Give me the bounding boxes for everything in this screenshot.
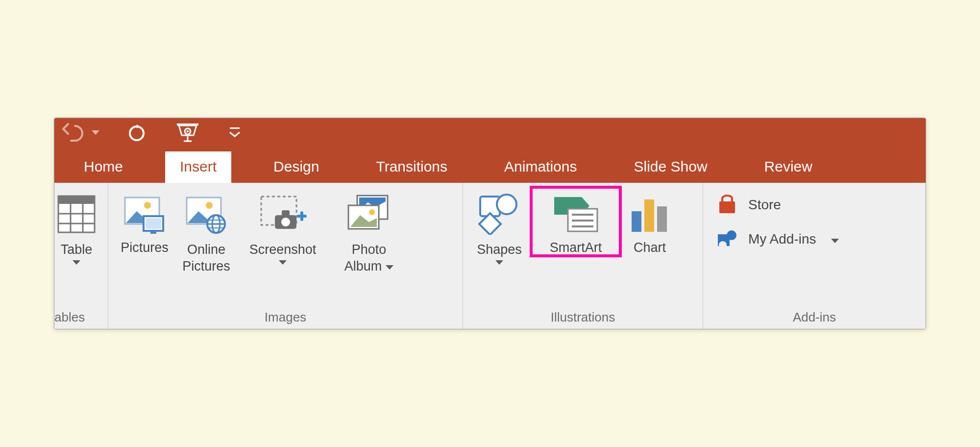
button-label-line2: Album [344,258,382,274]
shapes-icon [477,190,521,239]
tab-home[interactable]: Home [69,151,138,183]
svg-point-40 [727,230,736,240]
svg-rect-5 [58,196,95,204]
table-button[interactable]: Table [54,188,103,265]
ribbon-body: Table ables [54,183,926,329]
tab-label: Design [273,158,319,174]
button-label-line1: Photo [352,242,387,257]
store-icon [716,194,738,216]
tab-slideshow[interactable]: Slide Show [619,151,722,183]
online-pictures-button[interactable]: Online Pictures [177,188,236,274]
svg-rect-38 [657,206,667,232]
button-label: Screenshot [249,242,317,257]
dropdown-caret-icon [279,260,287,265]
store-button[interactable]: Store [716,194,839,216]
svg-point-29 [369,209,375,215]
svg-rect-13 [146,218,161,229]
ribbon-tabstrip: Home Insert Design Transitions Animation… [54,147,926,183]
undo-icon[interactable] [61,123,85,142]
button-label: Chart [634,240,666,255]
button-label-line1: Online [187,242,225,257]
my-addins-button[interactable]: My Add-ins [716,228,839,250]
svg-rect-3 [230,127,240,129]
tab-label: Transitions [376,158,447,174]
group-tables: Table ables [54,183,108,329]
slideshow-from-start-icon[interactable] [174,122,201,143]
button-label: SmartArt [550,240,602,255]
shapes-button[interactable]: Shapes [470,188,529,265]
tab-animations[interactable]: Animations [490,151,591,183]
addins-icon [716,228,738,250]
redo-icon[interactable] [126,122,147,143]
chart-button[interactable]: Chart [623,188,677,255]
svg-point-31 [497,195,516,214]
pictures-icon [122,190,167,239]
customize-qat-icon[interactable] [228,126,242,138]
smartart-button[interactable]: SmartArt [532,188,620,255]
button-label: My Add-ins [748,231,816,247]
tab-transitions[interactable]: Transitions [361,151,462,183]
tab-insert[interactable]: Insert [165,151,231,183]
svg-rect-39 [719,201,735,213]
svg-point-41 [719,241,727,249]
tab-label: Insert [180,158,217,174]
tab-review[interactable]: Review [750,151,827,183]
chart-icon [630,190,670,239]
svg-point-25 [281,218,290,226]
dropdown-caret-icon [73,260,80,265]
quick-access-toolbar [54,118,926,147]
svg-rect-37 [644,199,654,232]
button-label: Store [748,197,781,213]
pictures-button[interactable]: Pictures [115,188,174,255]
svg-point-11 [144,202,151,209]
dropdown-caret-icon [831,239,839,243]
powerpoint-ribbon-panel: Home Insert Design Transitions Animation… [54,118,926,329]
photo-album-button[interactable]: Photo Album [330,188,408,274]
undo-dropdown-caret[interactable] [92,130,99,135]
screenshot-icon [258,190,307,239]
dropdown-caret-icon [495,260,503,265]
screenshot-button[interactable]: Screenshot [239,188,327,265]
ribbon-titlebar: Home Insert Design Transitions Animation… [54,118,926,183]
group-illustrations: Shapes SmartArt [463,183,703,329]
group-images: Pictures [108,183,463,329]
svg-point-0 [130,126,144,140]
button-label: Table [61,242,93,257]
svg-point-16 [206,202,213,209]
tab-label: Animations [504,158,577,174]
smartart-icon [551,190,600,239]
group-label: ables [54,307,101,327]
group-label: Images [115,307,456,327]
svg-rect-24 [282,210,290,216]
group-label: Add-ins [710,307,919,327]
button-label: Shapes [477,242,522,257]
tab-label: Review [764,158,812,174]
table-icon [57,190,96,239]
svg-rect-14 [150,231,156,234]
online-pictures-icon [184,190,229,239]
button-label: Pictures [121,240,169,255]
svg-rect-36 [632,211,641,232]
tab-design[interactable]: Design [259,151,334,183]
tab-label: Home [84,158,123,174]
button-label-line2: Pictures [182,258,230,274]
dropdown-caret-icon [386,265,393,270]
photo-album-icon [345,190,392,239]
tab-label: Slide Show [634,158,707,174]
group-addins: Store My Add-ins [703,183,926,329]
group-label: Illustrations [470,307,696,327]
